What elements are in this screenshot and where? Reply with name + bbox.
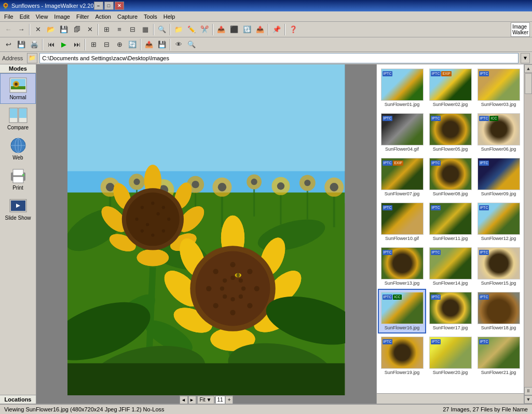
pin-button[interactable]: 📌 [270, 23, 283, 36]
stop-button[interactable]: ✕ [32, 23, 44, 36]
thumbnail-image: IPTCICC [381, 292, 424, 324]
svg-point-73 [126, 193, 180, 246]
thumbnail-t4[interactable]: IPTCSunFlower04.gif [378, 110, 426, 155]
search-button[interactable]: 🔍 [185, 38, 198, 51]
thumbnail-t10[interactable]: IPTCSunFlower10.gif [378, 199, 426, 244]
viewer-canvas[interactable] [67, 64, 345, 395]
menu-capture[interactable]: Capture [114, 12, 141, 21]
crosshair-button[interactable]: ⊕ [113, 38, 126, 51]
send-button[interactable]: 📤 [215, 23, 227, 36]
copy-button[interactable]: 🗐 [71, 23, 83, 36]
address-field[interactable]: C:\Documents and Settings\zacw\Desktop\I… [39, 53, 519, 63]
filmstrip-button[interactable]: ▦ [139, 23, 152, 36]
delete-button[interactable]: ✕ [84, 23, 96, 36]
menu-edit[interactable]: Edit [17, 12, 33, 21]
scroll-track-v[interactable] [524, 73, 532, 387]
scroll-right-button[interactable]: ► [188, 396, 196, 404]
play-button[interactable]: ▶ [58, 38, 70, 51]
edit-button[interactable]: ✏️ [185, 23, 198, 36]
thumbnail-t12[interactable]: IPTCSunFlower12.jpg [474, 199, 523, 244]
svg-point-77 [162, 229, 165, 232]
menu-view[interactable]: View [33, 12, 51, 21]
mode-compare[interactable]: Compare [0, 104, 36, 134]
undo-button[interactable]: ↩ [2, 38, 15, 51]
forward-button[interactable]: → [15, 23, 28, 36]
menu-filter[interactable]: Filter [73, 12, 92, 21]
minimize-button[interactable]: – [94, 2, 103, 10]
app-icon: 🌻 [2, 3, 9, 9]
address-dropdown[interactable]: ▼ [521, 53, 530, 63]
thumbnail-t19[interactable]: IPTCSunFlower19.jpg [378, 333, 426, 378]
first-button[interactable]: ⏮ [45, 38, 57, 51]
menu-tools[interactable]: Tools [141, 12, 160, 21]
refresh-button[interactable]: 🔄 [126, 38, 139, 51]
maximize-button[interactable]: □ [104, 2, 114, 10]
thumbnail-t17[interactable]: IPTCSunFlower17.jpg [426, 289, 474, 333]
open-file-button[interactable]: 📁 [172, 23, 185, 36]
cut-button[interactable]: ✂️ [198, 23, 211, 36]
scroll-thumb[interactable] [525, 73, 532, 94]
menu-action[interactable]: Action [92, 12, 114, 21]
pin2-button[interactable]: ⊟ [100, 38, 113, 51]
scroll-up-button[interactable]: ▲ [524, 64, 532, 73]
back-button[interactable]: ← [2, 23, 15, 36]
download-button[interactable]: 💾 [156, 38, 168, 51]
thumbnail-image: IPTC [429, 203, 472, 235]
slideshow-icon [9, 197, 28, 214]
badge-iptc: IPTC [479, 295, 489, 300]
scroll-left-button[interactable]: ◄ [180, 396, 188, 404]
thumbnail-t18[interactable]: IPTCSunFlower18.jpg [474, 289, 523, 333]
scroll-down-button[interactable]: ▼ [524, 395, 532, 404]
svg-point-120 [220, 286, 224, 290]
locations-label[interactable]: Locations [0, 395, 36, 404]
thumbnail-t14[interactable]: IPTCSunFlower14.jpg [426, 244, 474, 289]
thumbnail-t16[interactable]: IPTCICCSunFlower16.jpg [378, 289, 426, 333]
thumbnail-t15[interactable]: IPTCSunFlower15.jpg [474, 244, 523, 289]
open-folder-button[interactable]: 📂 [45, 23, 57, 36]
badge-iptc: IPTC [383, 250, 393, 255]
compare-button[interactable]: ⬛ [228, 23, 240, 36]
thumbnail-t13[interactable]: IPTCSunFlower13.jpg [378, 244, 426, 289]
menu-help[interactable]: Help [160, 12, 179, 21]
zoom-in-button[interactable]: 🔍 [156, 23, 168, 36]
zoom-plus-button[interactable]: + [225, 396, 234, 404]
thumbnail-t6[interactable]: IPTCICCSunFlower06.jpg [474, 110, 523, 155]
scroll-grip[interactable]: ⠿ [524, 387, 532, 395]
compare-icon [9, 107, 28, 124]
thumbnail-t8[interactable]: IPTCSunFlower08.jpg [426, 155, 474, 199]
print-button[interactable]: 🖨️ [28, 38, 40, 51]
svg-point-30 [192, 181, 199, 188]
thumbnail-t20[interactable]: IPTCSunFlower20.jpg [426, 333, 474, 378]
mode-slideshow[interactable]: Slide Show [0, 194, 36, 224]
fit-button[interactable]: Fit ▼ [197, 396, 214, 404]
thumbnail-t5[interactable]: IPTCSunFlower05.jpg [426, 110, 474, 155]
save2-button[interactable]: 💾 [15, 38, 28, 51]
list-button[interactable]: ≡ [113, 23, 126, 36]
last-button[interactable]: ⏭ [71, 38, 83, 51]
save-button[interactable]: 💾 [58, 23, 70, 36]
rotate-button[interactable]: 🔃 [241, 23, 253, 36]
thumbnail-t9[interactable]: IPTCSunFlower09.jpg [474, 155, 523, 199]
thumbnail-t1[interactable]: IPTCSunFlower01.jpg [378, 65, 426, 110]
close-button[interactable]: ✕ [115, 2, 124, 10]
thumbnail-scroll[interactable]: IPTCSunFlower01.jpgIPTCEXIFSunFlower02.j… [377, 64, 524, 393]
mode-normal[interactable]: Normal [0, 73, 36, 104]
mode-print[interactable]: Print [0, 164, 36, 194]
thumbnail-button[interactable]: ⊞ [100, 23, 113, 36]
menu-file[interactable]: File [1, 12, 17, 21]
thumbnail-t11[interactable]: IPTCSunFlower11.jpg [426, 199, 474, 244]
badge-exif: EXIF [441, 71, 452, 76]
export-button[interactable]: 📤 [254, 23, 266, 36]
thumbnail-t21[interactable]: IPTCSunFlower21.jpg [474, 333, 523, 378]
upload-button[interactable]: 📤 [143, 38, 155, 51]
menu-image[interactable]: Image [51, 12, 73, 21]
thumbnail-t7[interactable]: IPTCEXIFSunFlower07.jpg [378, 155, 426, 199]
preview-button[interactable]: 👁 [172, 38, 185, 51]
thumbnail-t2[interactable]: IPTCEXIFSunFlower02.jpg [426, 65, 474, 110]
thumbnail-t3[interactable]: IPTCSunFlower03.jpg [474, 65, 523, 110]
fullscreen-button[interactable]: ⊞ [87, 38, 100, 51]
thumbnail-label: SunFlower18.jpg [481, 325, 516, 330]
mode-web[interactable]: Web [0, 134, 36, 164]
detail-button[interactable]: ⊟ [126, 23, 139, 36]
help-button[interactable]: ❓ [287, 23, 299, 36]
